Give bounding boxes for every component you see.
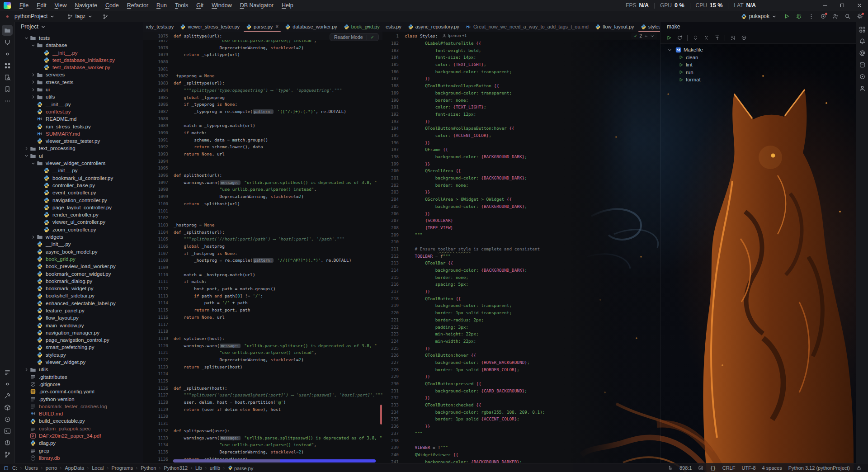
tree-item-flow_layout.py[interactable]: flow_layout.py xyxy=(15,314,143,321)
breadcrumb-Users[interactable]: Users xyxy=(24,465,39,471)
chev-down-icon[interactable] xyxy=(24,36,29,41)
tab-flow_layout.py[interactable]: flow_layout.py xyxy=(592,22,637,32)
tree-item-controller_base.py[interactable]: controller_base.py xyxy=(15,182,143,189)
make-target-run[interactable]: run xyxy=(660,69,856,76)
tool-bookmarks-button[interactable] xyxy=(2,84,13,94)
editor-parse-py[interactable]: iety_tests.pyviewer_stress_tester.pypars… xyxy=(143,22,383,463)
tool-find-in-files-button[interactable] xyxy=(2,72,13,83)
tree-item-tests[interactable]: tests xyxy=(15,34,143,42)
menu-tools[interactable]: Tools xyxy=(171,2,192,9)
tab-ests.py[interactable]: ests.py xyxy=(382,22,405,32)
make-refresh-button[interactable] xyxy=(675,33,684,42)
tree-item-test_database_worker.py[interactable]: test_database_worker.py xyxy=(15,64,143,71)
tree-item-main_window.py[interactable]: main_window.py xyxy=(15,322,143,329)
make-root-makefile[interactable]: Makefile xyxy=(660,46,856,54)
breadcrumb-urllib[interactable]: urllib xyxy=(209,465,221,471)
more-vertical-icon[interactable] xyxy=(373,22,379,32)
tab-iety_tests.py[interactable]: iety_tests.py xyxy=(143,22,177,32)
left-code-area[interactable]: 1077107810791080108110821083108410851086… xyxy=(143,32,382,463)
tab-viewer_stress_tester.py[interactable]: viewer_stress_tester.py xyxy=(177,22,243,32)
tool-problems-button[interactable] xyxy=(2,437,13,448)
close-tab-icon[interactable]: × xyxy=(275,24,278,30)
app-logo-icon[interactable] xyxy=(4,2,11,9)
unlock-icon[interactable] xyxy=(856,465,862,471)
tree-item-zoom_controller.py[interactable]: zoom_controller.py xyxy=(15,226,143,233)
debug-button[interactable] xyxy=(793,11,804,21)
menu-help[interactable]: Help xyxy=(278,2,297,9)
breadcrumb-Programs[interactable]: Programs xyxy=(111,465,134,471)
tree-item-ui[interactable]: ui xyxy=(15,152,143,160)
code-author-label[interactable]: lperron +1 xyxy=(442,33,467,38)
tree-item-BUILD.md[interactable]: BUILD.md xyxy=(15,410,143,417)
tool-collaboration-button[interactable] xyxy=(857,83,868,94)
tree-item-conftest.py[interactable]: conftest.py xyxy=(15,108,143,115)
chev-right-icon[interactable] xyxy=(31,80,36,85)
run-button[interactable] xyxy=(781,11,792,21)
tree-item-bookshelf_sidebar.py[interactable]: bookshelf_sidebar.py xyxy=(15,292,143,299)
breadcrumb-perro[interactable]: perro xyxy=(45,465,58,471)
interpreter-widget[interactable]: Python 3.12 (pythonProject) xyxy=(788,465,850,471)
chev-down-icon[interactable] xyxy=(31,43,36,48)
tool-commit-button[interactable] xyxy=(2,48,13,59)
tab-Great_now_we_need_a_way_to_add_tags_t_ou.md[interactable]: Great_now_we_need_a_way_to_add_tags_t_ou… xyxy=(462,22,592,32)
tree-item-feature_panel.py[interactable]: feature_panel.py xyxy=(15,307,143,314)
tree-item-bookmark_ui_controller.py[interactable]: bookmark_ui_controller.py xyxy=(15,175,143,182)
chevron-down-icon[interactable] xyxy=(651,22,656,32)
chevron-down-icon[interactable] xyxy=(650,33,655,38)
menu-view[interactable]: View xyxy=(51,2,71,9)
tree-item-async_book_model.py[interactable]: async_book_model.py xyxy=(15,248,143,255)
tree-item-widgets[interactable]: widgets xyxy=(15,233,143,241)
tree-item-__init__.py[interactable]: __init__.py xyxy=(15,241,143,248)
tool-todo-button[interactable] xyxy=(2,367,13,378)
tree-item-bookmark_corner_widget.py[interactable]: bookmark_corner_widget.py xyxy=(15,270,143,278)
tree-item-__init__.py[interactable]: __init__.py xyxy=(15,49,143,57)
more-vertical-icon[interactable] xyxy=(806,11,816,21)
tree-item-viewer_widget.py[interactable]: viewer_widget.py xyxy=(15,359,143,366)
tool-ai-assistant-button[interactable] xyxy=(857,47,868,58)
tree-item-book_preview_load_worker.py[interactable]: book_preview_load_worker.py xyxy=(15,263,143,270)
tool-project-button[interactable] xyxy=(2,25,13,36)
tree-item-__init__.py[interactable]: __init__.py xyxy=(15,101,143,108)
tree-item-DAFx20in22_paper_34.pdf[interactable]: DAFx20in22_paper_34.pdf xyxy=(15,432,143,439)
tool-dependencies-button[interactable] xyxy=(2,402,13,413)
breadcrumb-Python312[interactable]: Python312 xyxy=(163,465,189,471)
menu-db-navigator[interactable]: DB Navigator xyxy=(236,2,278,9)
make-filter-button[interactable] xyxy=(739,33,748,42)
face-icon[interactable] xyxy=(698,465,703,471)
menu-window[interactable]: Window xyxy=(208,2,236,9)
tool-build-button[interactable] xyxy=(2,390,13,401)
tool-terminal-button[interactable] xyxy=(2,425,13,436)
settings-button[interactable] xyxy=(854,11,865,21)
tree-item-viewer_ui_controller.py[interactable]: viewer_ui_controller.py xyxy=(15,218,143,226)
tab-styles.py[interactable]: styles.py× xyxy=(637,22,660,32)
close-button[interactable] xyxy=(851,0,868,11)
tab-database_worker.py[interactable]: database_worker.py xyxy=(282,22,340,32)
breadcrumb-parse.py[interactable]: parse.py xyxy=(227,465,254,471)
chev-right-icon[interactable] xyxy=(24,367,29,372)
menu-edit[interactable]: Edit xyxy=(33,2,51,9)
tree-item-enhanced_selectable_label.py[interactable]: enhanced_selectable_label.py xyxy=(15,300,143,307)
tab-parse.py[interactable]: parse.py× xyxy=(243,22,282,32)
tree-item-SUMMARY.md[interactable]: SUMMARY.md xyxy=(15,130,143,137)
tree-item-viewer_widget_controllers[interactable]: viewer_widget_controllers xyxy=(15,160,143,167)
tab-async_repository.py[interactable]: async_repository.py xyxy=(405,22,462,32)
tree-item-utils[interactable]: utils xyxy=(15,93,143,100)
breadcrumb-C[interactable]: C: xyxy=(11,465,18,471)
tree-item-page_layout_controller.py[interactable]: page_layout_controller.py xyxy=(15,204,143,211)
breadcrumb-AppData[interactable]: AppData xyxy=(64,465,85,471)
line-separator-widget[interactable]: CRLF xyxy=(722,465,736,471)
vcs-update-button[interactable] xyxy=(99,12,111,21)
make-expand-all-button[interactable] xyxy=(691,33,700,42)
tool-git-branch-button[interactable] xyxy=(2,449,13,460)
tree-item-ui[interactable]: ui xyxy=(15,86,143,93)
minimize-button[interactable] xyxy=(816,0,834,11)
tool-services-button[interactable] xyxy=(2,414,13,425)
menu-navigate[interactable]: Navigate xyxy=(71,2,101,9)
breadcrumb-Lib[interactable]: Lib xyxy=(194,465,203,471)
chev-right-icon[interactable] xyxy=(24,146,29,151)
tree-item-__init__.py[interactable]: __init__.py xyxy=(15,167,143,174)
menu-file[interactable]: File xyxy=(15,2,33,9)
breadcrumb-Python[interactable]: Python xyxy=(140,465,157,471)
tree-item-database[interactable]: database xyxy=(15,42,143,49)
inspections-widget[interactable]: ✓ 2 xyxy=(631,33,657,39)
